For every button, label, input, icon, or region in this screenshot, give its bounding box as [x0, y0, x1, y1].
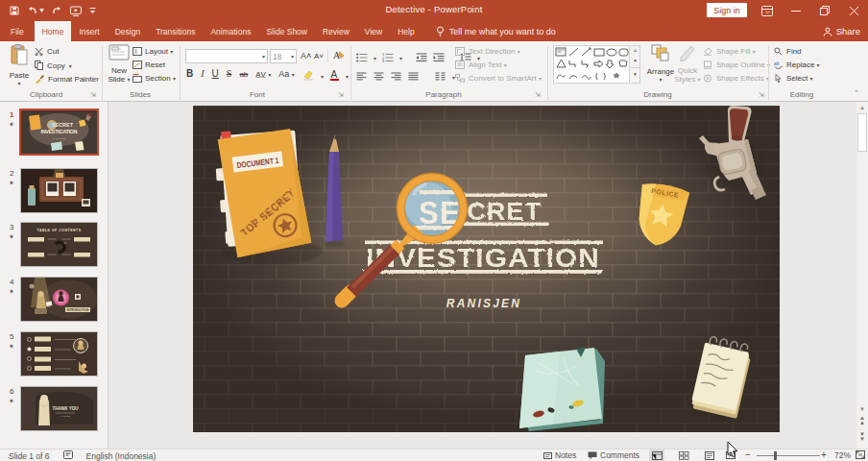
tab-insert[interactable]: Insert — [71, 21, 107, 41]
thumbnail-4-title: INTRODUCTION — [67, 308, 89, 312]
decrease-indent-button[interactable] — [416, 49, 427, 66]
gallery-more-icon[interactable]: ▼ — [631, 67, 639, 81]
font-color-button[interactable]: A — [329, 67, 340, 85]
shapes-gallery[interactable] — [553, 45, 630, 84]
shape-fill-button[interactable]: Shape Fill ▾ — [703, 47, 756, 56]
increase-font-size-button[interactable]: A˄ — [301, 51, 311, 61]
replace-button[interactable]: ab Replace ▾ — [774, 61, 820, 69]
clipboard-dialog-launcher[interactable]: ⇲ — [90, 91, 99, 100]
text-direction-button[interactable]: Text Direction ▾ — [455, 47, 520, 56]
shape-effects-button[interactable]: Shape Effects ▾ — [703, 74, 769, 83]
tab-animations[interactable]: Animations — [203, 21, 258, 41]
zoom-out-button[interactable]: − — [745, 449, 751, 460]
paste-button[interactable]: Paste ▾ — [6, 44, 33, 86]
scroll-up-icon[interactable]: ▲ — [856, 102, 868, 113]
scrollbar-thumb[interactable] — [857, 113, 867, 152]
columns-button[interactable] — [435, 68, 446, 85]
convert-smartart-button[interactable]: Convert to SmartArt ▾ — [455, 74, 542, 83]
shape-outline-button[interactable]: Shape Outline ▾ — [703, 61, 770, 69]
find-button[interactable]: Find — [774, 47, 802, 56]
tab-help[interactable]: Help — [390, 21, 422, 41]
previous-slide-button[interactable]: ▲▲ — [856, 416, 868, 427]
tab-design[interactable]: Design — [108, 21, 148, 41]
cut-button[interactable]: Cut — [35, 47, 59, 56]
slide-editor-canvas[interactable]: DOCUMENT 1 TOP SECRET — [109, 102, 857, 449]
map-paper-illustration[interactable] — [519, 348, 605, 431]
subscript-button[interactable]: ab — [239, 70, 248, 79]
change-case-button[interactable]: Aa ▾ — [278, 69, 295, 79]
tab-review[interactable]: Review — [315, 21, 357, 41]
tell-me-box[interactable]: Tell me what you want to do — [422, 21, 556, 41]
drawing-dialog-launcher[interactable]: ⇲ — [759, 91, 767, 100]
new-slide-button[interactable]: New Slide ▾ — [104, 44, 134, 85]
format-painter-button[interactable]: Format Painter — [35, 74, 99, 84]
tab-file[interactable]: File — [0, 21, 35, 41]
shapes-gallery-scroll[interactable]: ▲ ▼ ▼ — [631, 45, 640, 84]
thumbnail-slide-4[interactable]: 4 ✶ INTRODUCTION — [21, 278, 97, 321]
arrange-button[interactable]: Arrange ▾ — [645, 44, 676, 83]
select-button[interactable]: Select ▾ — [774, 74, 812, 83]
italic-button[interactable]: I — [201, 68, 204, 79]
bullets-button[interactable] — [356, 49, 368, 66]
gallery-up-icon[interactable]: ▲ — [631, 46, 639, 55]
fit-slide-to-window-button[interactable] — [856, 450, 865, 461]
collapse-ribbon-button[interactable]: ⌃ — [854, 89, 859, 97]
slide-canvas[interactable]: DOCUMENT 1 TOP SECRET — [193, 106, 780, 432]
restore-button[interactable] — [810, 0, 839, 21]
highlight-color-icon — [302, 69, 315, 81]
thumbnail-slide-3[interactable]: 3 ✶ TABLE OF CONTENTS — [21, 223, 97, 266]
normal-view-button[interactable] — [649, 449, 664, 461]
reset-button[interactable]: Reset — [133, 61, 165, 69]
shapes-gallery-icons — [554, 46, 629, 83]
zoom-in-button[interactable]: + — [821, 449, 827, 460]
scroll-down-icon[interactable]: ▼ — [856, 403, 868, 415]
section-button[interactable]: Section ▾ — [133, 74, 176, 83]
character-spacing-button[interactable]: A̲V̲ ▾ — [255, 70, 271, 79]
author-text[interactable]: RANISJEN — [446, 297, 521, 310]
highlight-color-button[interactable] — [302, 67, 315, 85]
slide-sorter-view-button[interactable] — [676, 449, 691, 461]
justify-button[interactable] — [408, 68, 419, 85]
bold-button[interactable]: B — [186, 68, 193, 79]
ribbon-display-options-icon[interactable] — [753, 0, 782, 21]
sign-in-button[interactable]: Sign in — [707, 3, 747, 17]
paste-label: Paste — [6, 71, 33, 80]
font-dialog-launcher[interactable]: ⇲ — [338, 91, 347, 100]
font-size-combobox[interactable]: 18 ▾ — [270, 49, 297, 63]
underline-button[interactable]: U — [212, 68, 219, 79]
strikethrough-button[interactable]: S — [227, 68, 232, 79]
notes-button[interactable]: Notes — [543, 450, 576, 460]
align-left-button[interactable] — [356, 68, 367, 85]
tab-home[interactable]: Home — [35, 21, 72, 41]
gallery-down-icon[interactable]: ▼ — [631, 55, 639, 67]
zoom-level[interactable]: 72% — [834, 450, 851, 460]
decrease-font-size-button[interactable]: A˅ — [314, 52, 324, 61]
align-center-button[interactable] — [374, 68, 384, 85]
thumbnail-slide-5[interactable]: 5 ✶ — [21, 332, 97, 376]
paragraph-dialog-launcher[interactable]: ⇲ — [535, 91, 543, 100]
tab-transitions[interactable]: Transitions — [148, 21, 203, 41]
align-right-button[interactable] — [391, 68, 401, 85]
vertical-scrollbar[interactable]: ▲ ▼ ▲▲ ▼▼ — [856, 102, 868, 449]
tab-slideshow[interactable]: Slide Show — [258, 21, 315, 41]
next-slide-button[interactable]: ▼▼ — [856, 432, 868, 444]
layout-button[interactable]: Layout ▾ — [133, 47, 173, 56]
clear-formatting-button[interactable]: A — [333, 50, 345, 62]
close-button[interactable] — [839, 0, 868, 21]
thumbnail-slide-2[interactable]: 2 ✶ — [21, 169, 97, 212]
thumbnail-slide-6[interactable]: 6 ✶ THANK YOU RANISJEN — [21, 387, 97, 430]
comments-button[interactable]: Comments — [588, 450, 639, 460]
share-button[interactable]: Share — [823, 21, 860, 41]
quick-styles-button[interactable]: Quick Styles ▾ — [674, 44, 701, 85]
zoom-slider-track[interactable] — [757, 455, 820, 456]
reading-view-button[interactable] — [702, 449, 717, 461]
thumbnail-slide-1[interactable]: 1 ✶ SECRET INVESTIGATION RANISJEN — [21, 110, 97, 154]
minimize-button[interactable] — [782, 0, 810, 21]
increase-indent-button[interactable] — [433, 49, 445, 66]
copy-button[interactable]: Copy ▾ — [35, 61, 72, 70]
numbering-button[interactable]: 123 — [382, 49, 394, 66]
tab-view[interactable]: View — [357, 21, 390, 41]
font-name-combobox[interactable]: ▾ — [185, 49, 268, 63]
align-text-button[interactable]: Align Text ▾ — [455, 61, 507, 69]
zoom-slider-thumb[interactable] — [774, 451, 777, 460]
